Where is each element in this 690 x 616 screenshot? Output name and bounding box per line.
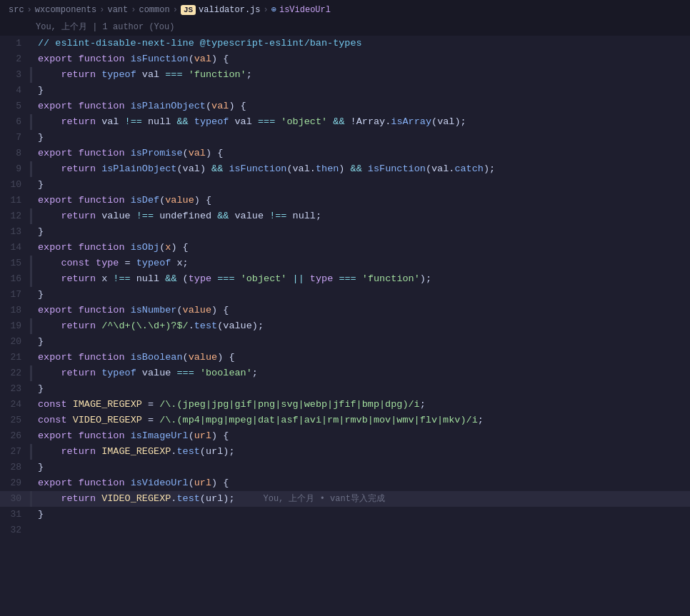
code-content: return val !== null && typeof val === 'o… <box>32 114 690 130</box>
token-constname: VIDEO_REGEXP <box>101 493 171 504</box>
token-varname: val <box>142 69 159 80</box>
token-kw: const <box>61 258 90 268</box>
line-number: 12 <box>0 208 30 224</box>
token-plain: ) { <box>206 148 223 158</box>
token-plain <box>125 195 131 206</box>
token-plain <box>229 116 234 127</box>
token-plain: ) { <box>194 195 211 206</box>
token-plain: } <box>38 226 44 237</box>
breadcrumb-vant[interactable]: vant <box>107 5 128 15</box>
token-plain: ( <box>183 148 189 158</box>
token-kw: export <box>38 148 73 158</box>
token-plain <box>211 273 217 284</box>
token-meth: catch <box>454 163 484 174</box>
line-number: 24 <box>0 397 30 413</box>
token-varname: val <box>293 163 310 174</box>
breadcrumb-src[interactable]: src <box>9 5 24 15</box>
token-fn: isFunction <box>229 163 286 174</box>
token-op: && <box>165 273 176 284</box>
code-content: return value !== undefined && value !== … <box>32 208 690 224</box>
token-plain: ( <box>286 163 292 174</box>
token-param: val <box>189 148 206 158</box>
token-plain <box>356 273 362 284</box>
token-op: !== <box>269 211 286 221</box>
git-inline-blame: You, 上个月 • vant导入完成 <box>263 494 384 504</box>
token-plain <box>73 54 79 64</box>
token-plain <box>211 211 217 221</box>
token-plain: ) <box>200 163 211 174</box>
token-plain: ! <box>344 116 356 127</box>
line-number: 15 <box>0 256 30 271</box>
token-plain: ); <box>454 116 466 127</box>
token-plain: . <box>189 320 194 331</box>
token-plain: ) { <box>211 478 229 488</box>
token-op: && <box>351 163 362 174</box>
token-fn: isFunction <box>131 54 189 64</box>
token-varname: x <box>176 258 182 268</box>
line-number: 30 <box>0 491 30 507</box>
token-plain <box>125 101 131 111</box>
token-plain <box>154 211 159 221</box>
token-plain <box>189 116 194 127</box>
breadcrumb-sep-3: › <box>131 5 136 15</box>
token-kw: export <box>38 352 73 363</box>
token-plain: ( <box>431 116 437 127</box>
token-kw: return <box>61 320 96 331</box>
token-str: 'object' <box>281 116 327 127</box>
code-content: } <box>32 177 690 193</box>
token-plain: ; <box>183 258 189 268</box>
line-number: 10 <box>0 177 30 193</box>
line-number: 22 <box>0 365 30 381</box>
code-content: } <box>32 507 690 522</box>
breadcrumb-filename[interactable]: validator.js <box>199 5 260 15</box>
token-regex: /\.(mp4|mpg|mpeg|dat|asf|avi|rm|rmvb|mov… <box>159 415 478 425</box>
token-fn: isPromise <box>131 148 183 158</box>
token-plain: } <box>38 336 44 347</box>
token-op: !== <box>113 273 130 284</box>
token-plain <box>96 446 101 457</box>
token-meth: isArray <box>391 116 431 127</box>
code-content: const VIDEO_REGEXP = /\.(mp4|mpg|mpeg|da… <box>32 413 690 428</box>
token-fn: isPlainObject <box>101 163 176 174</box>
token-comment: // eslint-disable-next-line @typescript-… <box>38 38 362 49</box>
token-op: && <box>333 116 344 127</box>
code-line: 24const IMAGE_REGEXP = /\.(jpeg|jpg|gif|… <box>0 397 690 413</box>
token-str: 'function' <box>189 69 246 80</box>
line-number: 29 <box>0 475 30 491</box>
token-op: && <box>211 163 223 174</box>
token-kw: function <box>79 242 125 253</box>
token-plain: ( <box>200 446 206 457</box>
code-line: 26export function isImageUrl(url) { <box>0 428 690 444</box>
token-plain: ); <box>484 163 495 174</box>
code-content: } <box>32 334 690 350</box>
code-line: 7} <box>0 130 690 146</box>
token-plain <box>125 148 131 158</box>
line-number: 26 <box>0 428 30 444</box>
token-varname: value <box>223 320 252 331</box>
code-content: // eslint-disable-next-line @typescript-… <box>32 36 690 51</box>
breadcrumb-funcname: ⊕ <box>271 4 276 15</box>
breadcrumb-wxcomponents[interactable]: wxcomponents <box>35 5 96 15</box>
token-plain <box>73 352 79 363</box>
token-kw: export <box>38 305 73 315</box>
code-line: 18export function isNumber(value) { <box>0 303 690 318</box>
token-param: val <box>211 101 229 111</box>
token-kw: export <box>38 54 73 64</box>
code-line: 5export function isPlainObject(val) { <box>0 99 690 114</box>
line-number: 23 <box>0 381 30 397</box>
code-line: 13} <box>0 224 690 240</box>
line-number: 1 <box>0 36 30 51</box>
token-plain: ) { <box>211 54 229 64</box>
code-line: 30 return VIDEO_REGEXP.test(url);You, 上个… <box>0 491 690 507</box>
token-plain: ; <box>420 399 426 410</box>
code-line: 20} <box>0 334 690 350</box>
code-line: 4} <box>0 83 690 99</box>
code-line: 32 <box>0 522 690 538</box>
token-fn: isBoolean <box>131 352 183 363</box>
token-meth: test <box>176 493 199 504</box>
token-plain <box>183 69 189 80</box>
token-op: && <box>217 211 229 221</box>
token-plain: ( <box>183 352 189 363</box>
breadcrumb-funcname-text[interactable]: isVideoUrl <box>279 5 331 15</box>
breadcrumb-common[interactable]: common <box>139 5 169 15</box>
